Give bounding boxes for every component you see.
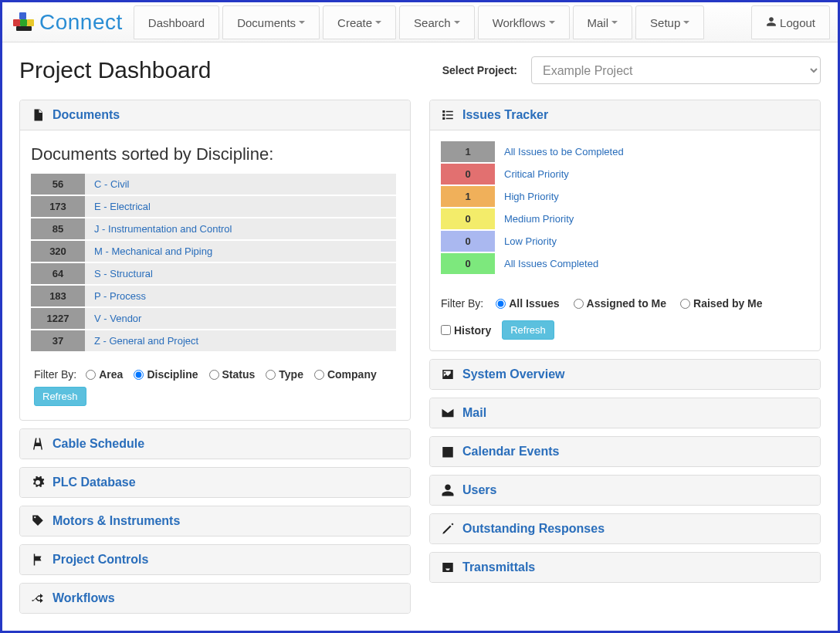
- brand-text: Connect: [39, 10, 123, 35]
- flag-icon: [31, 553, 45, 567]
- mail-heading[interactable]: Mail: [430, 398, 820, 428]
- caret-icon: [299, 21, 305, 24]
- motors-instruments-heading[interactable]: Motors & Instruments: [20, 506, 410, 536]
- envelope-icon: [441, 406, 455, 420]
- documents-subtitle: Documents sorted by Discipline:: [31, 144, 396, 164]
- issues-tracker-panel: Issues Tracker 1All Issues to be Complet…: [429, 100, 821, 351]
- issue-link[interactable]: Medium Priority: [504, 213, 574, 225]
- issue-row: 0Critical Priority: [441, 164, 809, 184]
- nav-create[interactable]: Create: [323, 5, 396, 39]
- issue-link[interactable]: Critical Priority: [504, 168, 569, 180]
- document-link[interactable]: S - Structural: [94, 268, 153, 279]
- filter-raised-radio[interactable]: [680, 299, 690, 309]
- document-row: 37Z - General and Project: [31, 330, 396, 351]
- document-row: 183P - Process: [31, 286, 396, 306]
- project-controls-panel: Project Controls: [19, 544, 411, 575]
- document-count: 183: [31, 286, 85, 306]
- calendar-events-heading[interactable]: Calendar Events: [430, 437, 820, 466]
- filter-type-radio[interactable]: [266, 370, 276, 380]
- plc-database-heading[interactable]: PLC Database: [20, 468, 410, 497]
- documents-panel: Documents Documents sorted by Discipline…: [19, 100, 411, 421]
- filter-company-radio[interactable]: [314, 370, 324, 380]
- calendar-icon: [441, 445, 455, 459]
- project-select[interactable]: Example Project: [531, 56, 821, 84]
- inbox-icon: [441, 560, 455, 574]
- document-count: 37: [31, 330, 85, 351]
- document-row: 64S - Structural: [31, 263, 396, 284]
- document-label: P - Process: [85, 286, 396, 306]
- document-link[interactable]: V - Vendor: [94, 313, 141, 324]
- project-controls-heading[interactable]: Project Controls: [20, 545, 410, 574]
- list-icon: [441, 108, 455, 122]
- users-heading[interactable]: Users: [430, 476, 820, 505]
- documents-refresh-button[interactable]: Refresh: [34, 387, 86, 406]
- nav-logout[interactable]: Logout: [751, 5, 830, 39]
- documents-scroll[interactable]: Documents sorted by Discipline: 56C - Ci…: [31, 141, 399, 357]
- issue-link[interactable]: High Priority: [504, 191, 559, 202]
- calendar-events-panel: Calendar Events: [429, 436, 821, 467]
- issue-row: 1All Issues to be Completed: [441, 141, 809, 162]
- issues-refresh-button[interactable]: Refresh: [502, 320, 554, 340]
- nav-mail[interactable]: Mail: [573, 5, 633, 39]
- document-row: 56C - Civil: [31, 174, 396, 195]
- document-count: 64: [31, 263, 85, 284]
- issue-label: Critical Priority: [495, 164, 809, 184]
- document-link[interactable]: C - Civil: [94, 178, 130, 190]
- filter-area-radio[interactable]: [86, 370, 96, 380]
- document-label: M - Mechanical and Piping: [85, 241, 396, 262]
- transmittals-heading[interactable]: Transmittals: [430, 553, 820, 582]
- transmittals-panel: Transmittals: [429, 552, 821, 583]
- document-label: V - Vendor: [85, 308, 396, 329]
- document-label: J - Instrumentation and Control: [85, 218, 396, 239]
- issue-count: 1: [441, 141, 495, 162]
- document-link[interactable]: J - Instrumentation and Control: [94, 223, 232, 235]
- issues-filter-label: Filter By:: [441, 297, 483, 310]
- issue-count: 0: [441, 208, 495, 229]
- document-link[interactable]: Z - General and Project: [94, 335, 198, 347]
- document-link[interactable]: M - Mechanical and Piping: [94, 245, 212, 257]
- brand[interactable]: Connect: [8, 2, 132, 42]
- outstanding-responses-heading[interactable]: Outstanding Responses: [430, 514, 820, 543]
- document-label: S - Structural: [85, 263, 396, 284]
- issue-link[interactable]: Low Priority: [504, 235, 557, 247]
- nav-dashboard[interactable]: Dashboard: [134, 5, 219, 39]
- road-icon: [31, 437, 45, 451]
- document-label: Z - General and Project: [85, 330, 396, 351]
- workflows-heading[interactable]: Workflows: [20, 584, 410, 613]
- document-row: 320M - Mechanical and Piping: [31, 241, 396, 262]
- document-link[interactable]: P - Process: [94, 290, 146, 302]
- document-count: 56: [31, 174, 85, 195]
- nav-documents[interactable]: Documents: [222, 5, 320, 39]
- nav-setup[interactable]: Setup: [635, 5, 704, 39]
- filter-all-issues-radio[interactable]: [496, 299, 506, 309]
- system-overview-heading[interactable]: System Overview: [430, 360, 820, 389]
- select-project-label: Select Project:: [442, 64, 531, 76]
- document-count: 85: [31, 218, 85, 239]
- cable-schedule-heading[interactable]: Cable Schedule: [20, 429, 410, 459]
- issue-link[interactable]: All Issues Completed: [504, 258, 598, 269]
- nav-workflows[interactable]: Workflows: [478, 5, 570, 39]
- issue-row: 0Low Priority: [441, 231, 809, 252]
- filter-assigned-radio[interactable]: [574, 299, 584, 309]
- issue-count: 0: [441, 253, 495, 274]
- doc-filter-label: Filter By:: [34, 368, 76, 381]
- issue-label: Low Priority: [495, 231, 809, 252]
- filter-status-radio[interactable]: [209, 370, 219, 380]
- nav-search[interactable]: Search: [399, 5, 475, 39]
- issue-row: 0All Issues Completed: [441, 253, 809, 274]
- documents-panel-heading[interactable]: Documents: [20, 100, 410, 130]
- motors-instruments-panel: Motors & Instruments: [19, 506, 411, 537]
- filter-discipline-radio[interactable]: [134, 370, 144, 380]
- user-icon: [766, 16, 780, 29]
- file-icon: [31, 108, 45, 122]
- issue-label: All Issues to be Completed: [495, 141, 809, 162]
- workflows-panel: Workflows: [19, 583, 411, 614]
- issue-link[interactable]: All Issues to be Completed: [504, 146, 624, 157]
- user-icon: [441, 483, 455, 497]
- issues-tracker-heading[interactable]: Issues Tracker: [430, 100, 820, 130]
- document-link[interactable]: E - Electrical: [94, 201, 151, 212]
- history-checkbox[interactable]: [441, 325, 451, 335]
- issues-scroll[interactable]: 1All Issues to be Completed0Critical Pri…: [441, 141, 809, 288]
- plc-database-panel: PLC Database: [19, 467, 411, 498]
- document-row: 173E - Electrical: [31, 196, 396, 217]
